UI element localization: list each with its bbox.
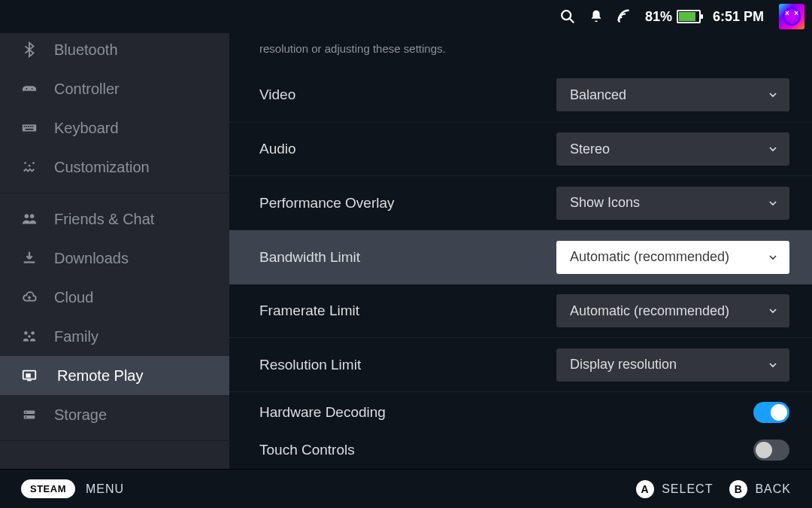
svg-point-17: [24, 331, 28, 335]
sidebar-item-label: Friends & Chat: [54, 211, 154, 228]
dropdown-value: Automatic (recommended): [570, 249, 729, 265]
svg-rect-9: [30, 126, 32, 127]
controller-icon: [20, 80, 39, 98]
sidebar-item-storage[interactable]: Storage: [0, 395, 229, 434]
family-icon: [20, 327, 39, 345]
battery-status: 81%: [645, 9, 701, 25]
framerate-limit-dropdown[interactable]: Automatic (recommended): [556, 294, 789, 327]
settings-description: resolution or adjusting these settings.: [229, 33, 812, 68]
menu-label: MENU: [86, 482, 124, 496]
sidebar-item-controller[interactable]: Controller: [0, 69, 229, 108]
svg-point-14: [32, 162, 35, 164]
svg-rect-11: [26, 129, 34, 130]
steam-button[interactable]: STEAM: [21, 479, 75, 498]
svg-point-19: [28, 335, 31, 338]
chevron-down-icon: [767, 197, 779, 209]
setting-label: Audio: [259, 141, 296, 157]
bluetooth-icon: [20, 41, 39, 59]
sidebar-item-label: Keyboard: [54, 120, 119, 137]
sidebar-item-family[interactable]: Family: [0, 317, 229, 356]
select-label: SELECT: [662, 482, 713, 496]
storage-icon: [20, 406, 39, 424]
setting-row-framerate-limit[interactable]: Framerate Limit Automatic (recommended): [229, 284, 812, 339]
performance-overlay-dropdown[interactable]: Show Icons: [556, 187, 789, 220]
sidebar-item-cloud[interactable]: Cloud: [0, 278, 229, 317]
sidebar-item-remote-play[interactable]: Remote Play: [0, 356, 229, 395]
setting-row-video[interactable]: Video Balanced: [229, 68, 812, 123]
setting-label: Performance Overlay: [259, 195, 395, 211]
sidebar-separator: [0, 440, 229, 441]
svg-rect-5: [23, 124, 36, 131]
download-icon: [20, 249, 39, 267]
sidebar-item-friends[interactable]: Friends & Chat: [0, 199, 229, 239]
dropdown-value: Automatic (recommended): [570, 303, 729, 319]
sidebar-item-keyboard[interactable]: Keyboard: [0, 108, 229, 148]
chevron-down-icon: [767, 251, 779, 263]
setting-label: Video: [259, 87, 295, 103]
svg-point-18: [31, 331, 35, 335]
setting-row-resolution-limit[interactable]: Resolution Limit Display resolution: [229, 338, 812, 392]
svg-rect-22: [27, 380, 32, 382]
clock: 6:51 PM: [713, 9, 764, 25]
cloud-icon: [20, 288, 39, 306]
svg-point-4: [32, 88, 33, 90]
setting-row-hardware-decoding[interactable]: Hardware Decoding: [229, 392, 812, 432]
dropdown-value: Stereo: [570, 141, 610, 157]
sidebar-item-label: Bluetooth: [54, 41, 118, 59]
audio-dropdown[interactable]: Stereo: [556, 132, 789, 166]
bandwidth-limit-dropdown[interactable]: Automatic (recommended): [556, 241, 789, 274]
chevron-down-icon: [767, 143, 779, 155]
svg-rect-8: [28, 126, 29, 127]
svg-point-2: [618, 20, 620, 23]
avatar[interactable]: [779, 4, 804, 29]
sidebar-item-label: Customization: [54, 159, 150, 176]
video-dropdown[interactable]: Balanced: [556, 78, 789, 111]
settings-panel: resolution or adjusting these settings. …: [229, 33, 812, 469]
svg-point-25: [26, 412, 27, 413]
setting-label: Resolution Limit: [259, 357, 361, 373]
sidebar-item-label: Remote Play: [57, 367, 144, 385]
touch-controls-toggle[interactable]: [753, 440, 789, 461]
setting-row-audio[interactable]: Audio Stereo: [229, 123, 812, 177]
svg-point-3: [26, 88, 27, 90]
sidebar-item-label: Cloud: [54, 289, 93, 306]
b-button-icon: B: [729, 480, 747, 498]
sidebar-item-label: Storage: [54, 406, 107, 424]
sidebar-item-downloads[interactable]: Downloads: [0, 239, 229, 278]
setting-label: Hardware Decoding: [259, 404, 386, 421]
svg-line-1: [570, 19, 574, 23]
svg-point-15: [25, 214, 29, 219]
setting-row-bandwidth-limit[interactable]: Bandwidth Limit Automatic (recommended): [229, 230, 812, 284]
setting-row-performance-overlay[interactable]: Performance Overlay Show Icons: [229, 176, 812, 230]
cast-icon[interactable]: [617, 8, 633, 25]
setting-label: Bandwidth Limit: [259, 249, 360, 266]
sidebar-item-label: Controller: [54, 81, 120, 98]
status-bar: 81% 6:51 PM: [0, 0, 812, 33]
battery-percent: 81%: [645, 9, 672, 25]
sparkle-icon: [20, 158, 39, 176]
keyboard-icon: [20, 119, 39, 137]
back-hint: B BACK: [729, 480, 791, 498]
resolution-limit-dropdown[interactable]: Display resolution: [556, 348, 789, 382]
svg-point-0: [562, 11, 571, 20]
dropdown-value: Show Icons: [570, 195, 640, 211]
bell-icon[interactable]: [588, 8, 604, 25]
setting-label: Framerate Limit: [259, 303, 359, 319]
sidebar-item-bluetooth[interactable]: Bluetooth: [0, 36, 229, 69]
back-label: BACK: [755, 482, 791, 496]
chevron-down-icon: [767, 89, 779, 101]
sidebar-separator: [0, 193, 229, 193]
people-icon: [20, 210, 39, 228]
setting-row-touch-controls[interactable]: Touch Controls: [229, 432, 812, 469]
svg-point-12: [24, 162, 26, 164]
svg-point-26: [26, 416, 27, 418]
dropdown-value: Balanced: [570, 87, 626, 103]
sidebar-item-label: Downloads: [54, 250, 129, 267]
search-icon[interactable]: [559, 8, 576, 25]
sidebar-item-customization[interactable]: Customization: [0, 148, 229, 187]
dropdown-value: Display resolution: [570, 357, 677, 373]
battery-icon: [677, 10, 701, 23]
svg-rect-7: [26, 126, 27, 127]
footer-bar: STEAM MENU A SELECT B BACK: [0, 469, 812, 508]
hardware-decoding-toggle[interactable]: [753, 402, 789, 423]
